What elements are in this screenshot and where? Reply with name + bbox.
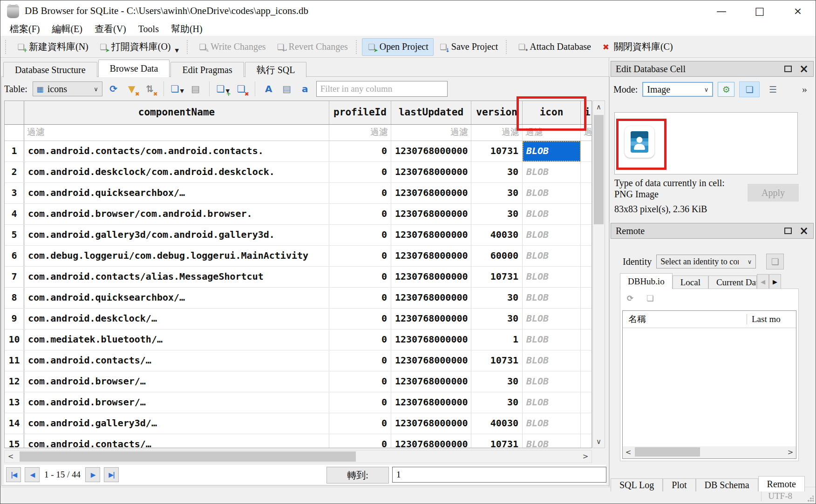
- attach-database-button[interactable]: ❏• Attach Database: [512, 38, 596, 56]
- tab-local[interactable]: Local: [673, 276, 708, 289]
- cell-profile_id[interactable]: 0: [329, 141, 391, 161]
- scroll-left-icon[interactable]: <: [5, 450, 17, 463]
- cell-version[interactable]: 30: [471, 392, 523, 413]
- last-page-button[interactable]: ▶|: [104, 467, 119, 482]
- cell-last_updated[interactable]: 1230768000000: [391, 392, 471, 413]
- cell-icon[interactable]: BLOB: [523, 309, 581, 329]
- encoding-button[interactable]: a: [298, 82, 312, 96]
- cell-component[interactable]: com.android.deskclock/com.android.deskcl…: [24, 162, 329, 182]
- text-mode-button[interactable]: ❏: [739, 81, 760, 97]
- vertical-scrollbar[interactable]: ∧ ∨: [592, 101, 605, 448]
- open-database-button[interactable]: ❏➤ 打開資料庫(O) ▼: [94, 38, 184, 56]
- scroll-left-icon[interactable]: <: [623, 446, 634, 458]
- cell-version[interactable]: 10731: [471, 267, 523, 287]
- import-certificate-button[interactable]: ❏: [766, 254, 784, 269]
- cell-extra[interactable]: [581, 288, 592, 308]
- cell-extra[interactable]: [581, 434, 592, 448]
- close-panel-icon[interactable]: ×: [799, 226, 809, 235]
- remote-col-last-modified[interactable]: Last mo: [747, 314, 796, 324]
- scrollbar-thumb[interactable]: [635, 447, 700, 457]
- cell-version[interactable]: 40030: [471, 413, 523, 434]
- column-filter-input[interactable]: 過濾: [471, 125, 523, 141]
- cell-component[interactable]: com.android.quicksearchbox/…: [24, 288, 329, 308]
- scrollbar-thumb[interactable]: [594, 115, 604, 224]
- cell-profile_id[interactable]: 0: [329, 309, 391, 329]
- cell-icon[interactable]: BLOB: [523, 204, 581, 224]
- cell-last_updated[interactable]: 1230768000000: [391, 141, 471, 161]
- cell-extra[interactable]: [581, 141, 592, 161]
- cell-extra[interactable]: [581, 392, 592, 413]
- clear-filters-button[interactable]: ▼✖: [125, 82, 139, 96]
- tab-dbhub[interactable]: DBHub.io: [620, 273, 673, 289]
- cell-component[interactable]: com.android.contacts/com.android.contact…: [24, 141, 329, 161]
- cell-icon[interactable]: BLOB: [523, 183, 581, 203]
- cell-last_updated[interactable]: 1230768000000: [391, 225, 471, 245]
- print-preview-button[interactable]: ▤: [280, 82, 294, 96]
- cell-num[interactable]: 9: [5, 309, 24, 329]
- first-page-button[interactable]: |◀: [6, 467, 21, 482]
- tab-sql-log[interactable]: SQL Log: [611, 478, 663, 491]
- tab-execute-sql[interactable]: 執行 SQL: [245, 62, 307, 77]
- more-options-icon[interactable]: »: [802, 83, 807, 95]
- cell-extra[interactable]: [581, 162, 592, 182]
- cell-icon[interactable]: BLOB: [523, 434, 581, 448]
- cell-component[interactable]: com.debug.loggerui/com.debug.loggerui.Ma…: [24, 246, 329, 266]
- save-records-button[interactable]: ❏▼: [170, 82, 184, 96]
- cell-last_updated[interactable]: 1230768000000: [391, 350, 471, 371]
- new-database-button[interactable]: ❏+ 新建資料庫(N): [11, 38, 94, 56]
- import-data-button[interactable]: ⚙: [718, 82, 734, 97]
- cell-icon[interactable]: BLOB: [523, 371, 581, 392]
- cell-profile_id[interactable]: 0: [329, 204, 391, 224]
- insert-record-button[interactable]: ❏+▼: [216, 82, 230, 96]
- cell-num[interactable]: 10: [5, 329, 24, 350]
- close-database-button[interactable]: ✖ 關閉資料庫(C): [596, 38, 678, 56]
- cell-component[interactable]: com.android.gallery3d/com.android.galler…: [24, 225, 329, 245]
- cell-extra[interactable]: [581, 329, 592, 350]
- menu-edit[interactable]: 編輯(E): [46, 22, 88, 36]
- goto-row-input[interactable]: [392, 467, 606, 483]
- cell-last_updated[interactable]: 1230768000000: [391, 246, 471, 266]
- dock-splitter[interactable]: [609, 57, 609, 487]
- remote-col-name[interactable]: 名稱: [623, 313, 747, 325]
- print-button[interactable]: ▤: [189, 82, 203, 96]
- cell-component[interactable]: com.android.browser/…: [24, 392, 329, 413]
- mode-select[interactable]: Image ∨: [642, 82, 713, 97]
- menu-file[interactable]: 檔案(F): [4, 22, 45, 36]
- menu-help[interactable]: 幫助(H): [165, 22, 208, 36]
- cell-last_updated[interactable]: 1230768000000: [391, 267, 471, 287]
- cell-extra[interactable]: [581, 204, 592, 224]
- encoding-label[interactable]: UTF-8: [761, 491, 792, 501]
- cell-component[interactable]: com.android.contacts/alias.MessageShortc…: [24, 267, 329, 287]
- cell-icon[interactable]: BLOB: [523, 329, 581, 350]
- cell-version[interactable]: 10731: [471, 141, 523, 161]
- cell-num[interactable]: 4: [5, 204, 24, 224]
- cell-last_updated[interactable]: 1230768000000: [391, 162, 471, 182]
- column-filter-input[interactable]: 過濾: [329, 125, 391, 141]
- cell-version[interactable]: 30: [471, 183, 523, 203]
- cell-profile_id[interactable]: 0: [329, 350, 391, 371]
- float-panel-icon[interactable]: [784, 66, 792, 72]
- cell-version[interactable]: 30: [471, 371, 523, 392]
- upload-database-icon[interactable]: ❏: [646, 294, 653, 303]
- refresh-button[interactable]: ⟳: [107, 82, 121, 96]
- cell-extra[interactable]: [581, 350, 592, 371]
- cell-profile_id[interactable]: 0: [329, 434, 391, 448]
- tab-remote[interactable]: Remote: [758, 476, 805, 491]
- cell-component[interactable]: com.android.quicksearchbox/…: [24, 183, 329, 203]
- cell-extra[interactable]: [581, 183, 592, 203]
- font-button[interactable]: A: [262, 82, 276, 96]
- cell-last_updated[interactable]: 1230768000000: [391, 371, 471, 392]
- cell-version[interactable]: 30: [471, 162, 523, 182]
- column-filter-input[interactable]: 過濾: [24, 125, 329, 141]
- minimize-button[interactable]: —: [710, 0, 733, 21]
- scrollbar-thumb[interactable]: [20, 451, 356, 462]
- cell-last_updated[interactable]: 1230768000000: [391, 309, 471, 329]
- cell-profile_id[interactable]: 0: [329, 288, 391, 308]
- scroll-right-icon[interactable]: >: [785, 446, 796, 458]
- cell-profile_id[interactable]: 0: [329, 371, 391, 392]
- cell-num[interactable]: 5: [5, 225, 24, 245]
- cell-icon[interactable]: BLOB: [523, 288, 581, 308]
- cell-version[interactable]: 40030: [471, 225, 523, 245]
- cell-component[interactable]: com.android.deskclock/…: [24, 309, 329, 329]
- column-filter-input[interactable]: 過濾: [523, 125, 581, 141]
